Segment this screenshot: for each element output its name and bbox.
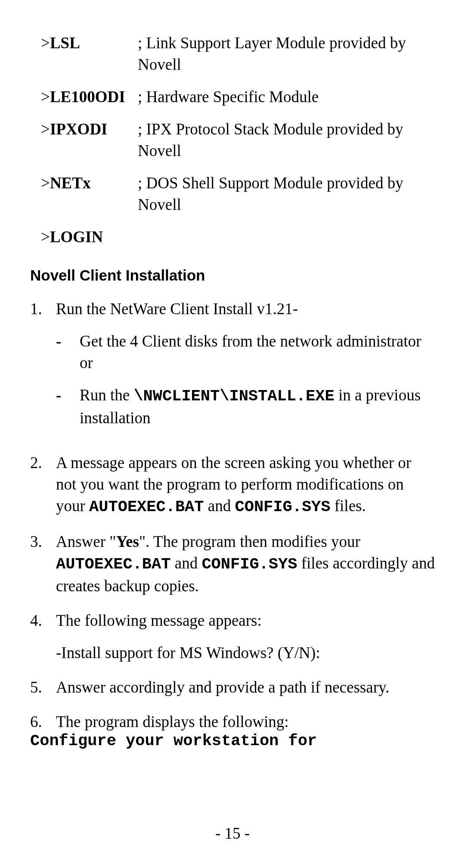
code-run: AUTOEXEC.BAT xyxy=(56,555,170,573)
module-name: NETx xyxy=(50,174,91,192)
prompt-symbol: > xyxy=(41,88,50,106)
module-desc: ; IPX Protocol Stack Module provided by … xyxy=(138,119,435,162)
text-run: ". The program then modifies your xyxy=(139,533,360,550)
module-name: IPXODI xyxy=(50,120,108,138)
module-table: >LSL ; Link Support Layer Module provide… xyxy=(41,32,435,215)
sub-list: - Get the 4 Client disks from the networ… xyxy=(56,331,435,429)
text-run: files. xyxy=(331,497,366,515)
prompt-symbol: > xyxy=(41,34,50,52)
trailing-code-line: Configure your workstation for xyxy=(30,731,435,752)
module-row: >LSL ; Link Support Layer Module provide… xyxy=(41,32,435,75)
code-run: CONFIG.SYS xyxy=(202,555,297,573)
list-number: 2. xyxy=(30,452,56,518)
code-run: \NWCLIENT\INSTALL.EXE xyxy=(133,387,334,405)
list-number: 3. xyxy=(30,531,56,597)
sub-list-item: - Get the 4 Client disks from the networ… xyxy=(56,331,435,374)
step1-text: Run the NetWare Client Install v1.21- xyxy=(56,300,298,318)
sub-item-text: Run the \NWCLIENT\INSTALL.EXE in a previ… xyxy=(80,384,435,429)
module-row: >NETx ; DOS Shell Support Module provide… xyxy=(41,172,435,215)
section-heading: Novell Client Installation xyxy=(30,265,435,285)
list-body: Answer "Yes". The program then modifies … xyxy=(56,531,435,597)
module-name: LE100ODI xyxy=(50,88,125,106)
module-row: >LE100ODI ; Hardware Specific Module xyxy=(41,86,435,108)
list-number: 5. xyxy=(30,677,56,698)
sub-item-text: Get the 4 Client disks from the network … xyxy=(80,331,435,374)
module-cmd: >NETx xyxy=(41,172,138,194)
page: >LSL ; Link Support Layer Module provide… xyxy=(0,0,465,868)
list-item: 6. The program displays the following: xyxy=(30,711,435,733)
text-run: Run the xyxy=(80,386,133,404)
module-cmd: >LE100ODI xyxy=(41,86,138,108)
list-item: 4. The following message appears: -Insta… xyxy=(30,610,435,664)
text-run: and xyxy=(170,554,202,572)
module-cmd: >IPXODI xyxy=(41,119,138,140)
list-item: 1. Run the NetWare Client Install v1.21-… xyxy=(30,298,435,440)
code-run: CONFIG.SYS xyxy=(235,498,330,516)
page-number: - 15 - xyxy=(0,823,465,844)
module-desc: ; Link Support Layer Module provided by … xyxy=(138,32,435,75)
prompt-symbol: > xyxy=(41,228,50,246)
list-item: 5. Answer accordingly and provide a path… xyxy=(30,677,435,698)
text-run: Answer " xyxy=(56,533,116,550)
module-desc: ; DOS Shell Support Module provided by N… xyxy=(138,172,435,215)
ordered-list: 1. Run the NetWare Client Install v1.21-… xyxy=(30,298,435,733)
step4-line2: -Install support for MS Windows? (Y/N): xyxy=(56,642,435,664)
module-row: >IPXODI ; IPX Protocol Stack Module prov… xyxy=(41,119,435,162)
login-name: LOGIN xyxy=(50,228,103,246)
dash-bullet: - xyxy=(56,384,80,429)
list-body: Run the NetWare Client Install v1.21- - … xyxy=(56,298,435,440)
list-number: 1. xyxy=(30,298,56,440)
sub-list-item: - Run the \NWCLIENT\INSTALL.EXE in a pre… xyxy=(56,384,435,429)
list-body: A message appears on the screen asking y… xyxy=(56,452,435,518)
list-body: Answer accordingly and provide a path if… xyxy=(56,677,435,698)
step4-line1: The following message appears: xyxy=(56,610,435,631)
list-item: 3. Answer "Yes". The program then modifi… xyxy=(30,531,435,597)
prompt-symbol: > xyxy=(41,174,50,192)
module-name: LSL xyxy=(50,34,80,52)
bold-run: Yes xyxy=(116,533,139,550)
list-number: 6. xyxy=(30,711,56,733)
code-run: AUTOEXEC.BAT xyxy=(89,498,204,516)
list-number: 4. xyxy=(30,610,56,664)
list-item: 2. A message appears on the screen askin… xyxy=(30,452,435,518)
prompt-symbol: > xyxy=(41,120,50,138)
module-cmd: >LSL xyxy=(41,32,138,54)
list-body: The program displays the following: xyxy=(56,711,435,733)
text-run: and xyxy=(204,497,235,515)
login-command: >LOGIN xyxy=(41,226,435,248)
dash-bullet: - xyxy=(56,331,80,374)
list-body: The following message appears: -Install … xyxy=(56,610,435,664)
module-desc: ; Hardware Specific Module xyxy=(138,86,435,108)
